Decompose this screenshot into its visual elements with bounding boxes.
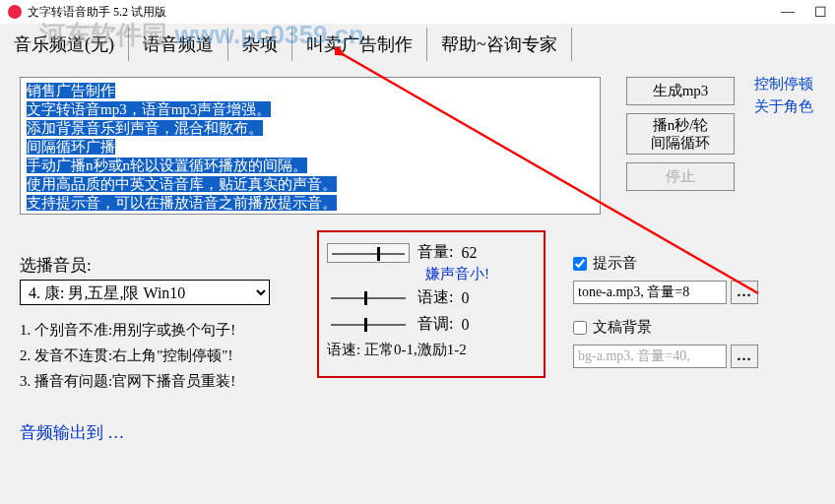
voice-select[interactable]: 4. 康: 男,五星,限 Win10 — [20, 280, 270, 305]
control-pause-link[interactable]: 控制停顿 — [754, 75, 813, 94]
about-role-link[interactable]: 关于角色 — [754, 97, 813, 116]
bg-label: 文稿背景 — [593, 318, 652, 337]
text-line: 间隔循环广播 — [27, 139, 115, 155]
text-line: 手动广播n秒或n轮以设置循环播放的间隔。 — [27, 158, 307, 173]
tab-music[interactable]: 音乐频道(无) — [0, 28, 129, 61]
bg-checkbox[interactable] — [573, 321, 587, 335]
stop-button[interactable]: 停止 — [626, 162, 735, 191]
speed-label: 语速: — [418, 287, 453, 308]
generate-mp3-button[interactable]: 生成mp3 — [626, 77, 735, 105]
pitch-value: 0 — [461, 316, 469, 334]
text-line: 销售广告制作 — [27, 83, 115, 98]
volume-value: 62 — [461, 244, 477, 262]
tips-list: 1. 个别音不准:用别字或换个句子! 2. 发音不连贯:右上角"控制停顿"! 3… — [20, 317, 235, 394]
titlebar: 文字转语音助手 5.2 试用版 — ☐ — [0, 0, 835, 24]
tab-voice[interactable]: 语音频道 — [129, 28, 228, 61]
volume-slider[interactable] — [327, 243, 410, 263]
text-input-area[interactable]: 销售广告制作 文字转语音mp3，语音mp3声音增强。 添加背景音乐到声音，混合和… — [20, 77, 601, 215]
loop-button[interactable]: 播n秒/轮 间隔循环 — [626, 113, 735, 155]
tab-misc[interactable]: 杂项 — [228, 28, 292, 61]
tone-label: 提示音 — [593, 254, 637, 273]
app-icon — [8, 5, 22, 19]
tab-bar: 音乐频道(无) 语音频道 杂项 叫卖广告制作 帮助~咨询专家 — [0, 28, 835, 61]
pitch-slider[interactable] — [327, 315, 410, 335]
window-title: 文字转语音助手 5.2 试用版 — [28, 4, 166, 21]
tone-checkbox[interactable] — [573, 257, 587, 271]
text-line: 添加背景音乐到声音，混合和散布。 — [27, 120, 263, 136]
tone-browse-button[interactable]: … — [731, 281, 758, 304]
bg-checkbox-row[interactable]: 文稿背景 — [573, 318, 758, 337]
window-controls: — ☐ — [781, 4, 827, 21]
speed-slider[interactable] — [327, 288, 410, 308]
low-volume-link[interactable]: 嫌声音小! — [425, 265, 536, 284]
audio-output-link[interactable]: 音频输出到 … — [20, 421, 124, 444]
tip-item: 2. 发音不连贯:右上角"控制停顿"! — [20, 343, 235, 368]
text-line: 使用高品质的中英文语音库，贴近真实的声音。 — [27, 176, 337, 192]
tab-help[interactable]: 帮助~咨询专家 — [427, 28, 572, 61]
volume-label: 音量: — [418, 242, 453, 263]
speed-value: 0 — [461, 289, 469, 307]
text-line: 支持提示音，可以在播放语音之前播放提示音。 — [27, 195, 337, 211]
maximize-icon[interactable]: ☐ — [814, 4, 827, 21]
tip-item: 1. 个别音不准:用别字或换个句子! — [20, 317, 235, 343]
bg-file-field[interactable] — [573, 345, 727, 368]
tip-item: 3. 播音有问题:官网下播音员重装! — [20, 368, 235, 394]
minimize-icon[interactable]: — — [781, 4, 795, 21]
tone-checkbox-row[interactable]: 提示音 — [573, 254, 758, 273]
tone-file-field[interactable] — [573, 281, 727, 304]
bg-browse-button[interactable]: … — [731, 345, 758, 368]
tab-ads[interactable]: 叫卖广告制作 — [292, 28, 427, 61]
text-line: 文字转语音mp3，语音mp3声音增强。 — [27, 101, 271, 117]
speed-hint: 语速: 正常0-1,激励1-2 — [327, 341, 536, 359]
slider-panel: 音量:62 嫌声音小! 语速:0 音调:0 语速: 正常0-1,激励1-2 — [317, 230, 546, 378]
pitch-label: 音调: — [418, 314, 453, 335]
voice-label: 选播音员: — [20, 254, 92, 277]
